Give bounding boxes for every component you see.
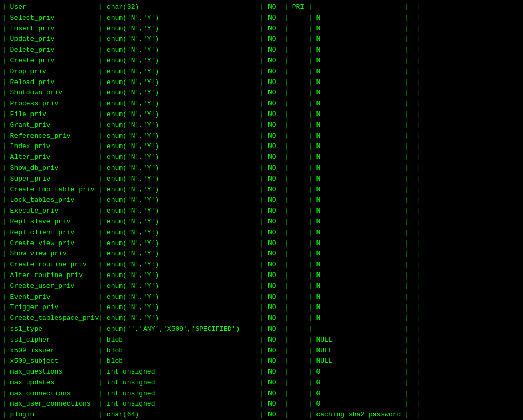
table-row: | Event_priv | enum('N','Y') | NO | | N … bbox=[0, 292, 523, 303]
table-row: | Update_priv | enum('N','Y') | NO | | N… bbox=[0, 34, 523, 45]
table-row: | Shutdown_priv | enum('N','Y') | NO | |… bbox=[0, 88, 523, 99]
terminal-window: | User | char(32) | NO | PRI | | || Sele… bbox=[0, 0, 523, 420]
table-row: | Repl_slave_priv | enum('N','Y') | NO |… bbox=[0, 217, 523, 228]
table-row: | plugin | char(64) | NO | | caching_sha… bbox=[0, 410, 523, 420]
table-row: | Create_routine_priv | enum('N','Y') | … bbox=[0, 260, 523, 270]
table-row: | User | char(32) | NO | PRI | | | bbox=[0, 2, 523, 13]
table-row: | Delete_priv | enum('N','Y') | NO | | N… bbox=[0, 45, 523, 56]
table-row: | Alter_priv | enum('N','Y') | NO | | N … bbox=[0, 152, 523, 163]
table-row: | Select_priv | enum('N','Y') | NO | | N… bbox=[0, 13, 523, 24]
table-row: | x509_subject | blob | NO | | NULL | | bbox=[0, 356, 523, 367]
table-row: | max_updates | int unsigned | NO | | 0 … bbox=[0, 378, 523, 389]
table-row: | Show_view_priv | enum('N','Y') | NO | … bbox=[0, 249, 523, 260]
table-row: | Grant_priv | enum('N','Y') | NO | | N … bbox=[0, 120, 523, 131]
table-row: | x509_issuer | blob | NO | | NULL | | bbox=[0, 346, 523, 357]
table-row: | max_connections | int unsigned | NO | … bbox=[0, 389, 523, 399]
table-row: | Drop_priv | enum('N','Y') | NO | | N |… bbox=[0, 67, 523, 77]
table-row: | Show_db_priv | enum('N','Y') | NO | | … bbox=[0, 163, 523, 174]
table-row: | Execute_priv | enum('N','Y') | NO | | … bbox=[0, 206, 523, 217]
table-row: | Trigger_priv | enum('N','Y') | NO | | … bbox=[0, 302, 523, 313]
table-row: | Process_priv | enum('N','Y') | NO | | … bbox=[0, 99, 523, 109]
table-row: | Create_priv | enum('N','Y') | NO | | N… bbox=[0, 56, 523, 67]
table-row: | Insert_priv | enum('N','Y') | NO | | N… bbox=[0, 24, 523, 35]
table-row: | max_questions | int unsigned | NO | | … bbox=[0, 367, 523, 378]
table-row: | Create_user_priv | enum('N','Y') | NO … bbox=[0, 281, 523, 292]
table-row: | Super_priv | enum('N','Y') | NO | | N … bbox=[0, 174, 523, 185]
table-row: | File_priv | enum('N','Y') | NO | | N |… bbox=[0, 109, 523, 120]
table-row: | Repl_client_priv | enum('N','Y') | NO … bbox=[0, 228, 523, 238]
table-row: | References_priv | enum('N','Y') | NO |… bbox=[0, 131, 523, 142]
table-row: | max_user_connections | int unsigned | … bbox=[0, 399, 523, 410]
table-row: | Create_tmp_table_priv | enum('N','Y') … bbox=[0, 185, 523, 196]
table-row: | Index_priv | enum('N','Y') | NO | | N … bbox=[0, 141, 523, 152]
table-row: | Lock_tables_priv | enum('N','Y') | NO … bbox=[0, 195, 523, 206]
table-row: | ssl_type | enum('','ANY','X509','SPECI… bbox=[0, 324, 523, 335]
table-row: | ssl_cipher | blob | NO | | NULL | | bbox=[0, 335, 523, 346]
table-row: | Create_tablespace_priv| enum('N','Y') … bbox=[0, 313, 523, 324]
table-row: | Alter_routine_priv | enum('N','Y') | N… bbox=[0, 270, 523, 281]
table-row: | Create_view_priv | enum('N','Y') | NO … bbox=[0, 238, 523, 249]
table-row: | Reload_priv | enum('N','Y') | NO | | N… bbox=[0, 77, 523, 88]
